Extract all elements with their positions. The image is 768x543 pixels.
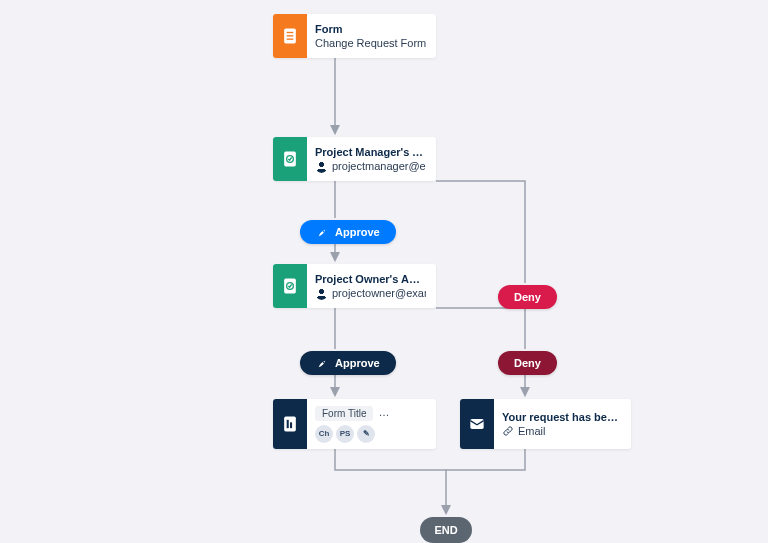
form-icon [273,14,307,58]
approval-icon [273,137,307,181]
node-form[interactable]: Form Change Request Form [273,14,436,58]
svg-rect-17 [290,422,292,428]
pill-deny-2[interactable]: Deny [498,351,557,375]
avatar-ch: Ch [315,425,333,443]
node-pm-approval[interactable]: Project Manager's Approval projectmanage… [273,137,436,181]
node-report[interactable]: Form TitleApproval Report ChPS✎ [273,399,436,449]
svg-rect-9 [287,35,294,36]
report-tags: Form TitleApproval Report [315,406,426,421]
node-po-approval[interactable]: Project Owner's Approval projectowner@ex… [273,264,436,308]
svg-rect-10 [287,39,294,40]
tag-form-title: Form Title [315,406,373,421]
node-form-title: Form [315,23,426,35]
approval-icon [273,264,307,308]
node-denied-channel: Email [502,425,621,437]
rocket-icon [316,226,329,239]
report-avatars: ChPS✎ [315,425,426,443]
svg-rect-18 [470,419,483,429]
report-icon [273,399,307,449]
node-po-user: projectowner@examp... [315,287,426,300]
node-pm-title: Project Manager's Approval [315,146,426,158]
link-icon [502,425,514,437]
pill-approve-1[interactable]: Approve [300,220,396,244]
pill-deny-1[interactable]: Deny [498,285,557,309]
node-denied-title: Your request has been denied. [502,411,621,423]
node-pm-user: projectmanager@exa... [315,160,426,173]
node-po-title: Project Owner's Approval [315,273,426,285]
pill-approve-2[interactable]: Approve [300,351,396,375]
svg-rect-16 [287,420,289,428]
rocket-icon [316,357,329,370]
avatar-ps: PS [336,425,354,443]
end-node: END [420,517,472,543]
svg-point-19 [323,230,325,232]
node-denied[interactable]: Your request has been denied. Email [460,399,631,449]
workflow-canvas: Form Change Request Form Project Manager… [0,0,768,543]
mail-icon [460,399,494,449]
svg-rect-8 [287,32,294,33]
node-form-subtitle: Change Request Form [315,37,426,49]
svg-point-20 [323,361,325,363]
avatar-edit: ✎ [357,425,375,443]
